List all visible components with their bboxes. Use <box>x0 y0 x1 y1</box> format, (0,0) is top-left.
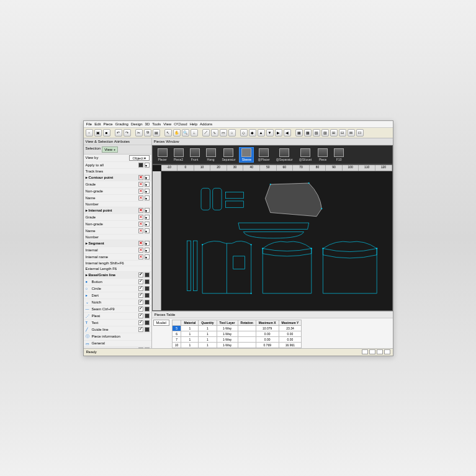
attr-internal[interactable]: Internal✕▾ <box>84 247 151 254</box>
attr-guide-line[interactable]: ╱Guide line <box>84 326 151 333</box>
menu-grading[interactable]: Grading <box>115 122 128 126</box>
attr-internal-name[interactable]: Internal name✕▾ <box>84 254 151 261</box>
attr-circle[interactable]: ○Circle <box>84 285 151 292</box>
piece-thumb-piece[interactable]: Piece <box>315 147 330 163</box>
table-row[interactable]: 10111-Way0.76916.961 <box>172 342 301 348</box>
menu-piece[interactable]: Piece <box>104 122 113 126</box>
tool-j[interactable]: ▨ <box>321 129 329 137</box>
piece-front-right[interactable] <box>263 241 312 294</box>
pieces-table[interactable]: MaterialQuantityTool LayerRotationMaximu… <box>172 320 302 348</box>
piece-pocket[interactable] <box>233 256 245 269</box>
attr-view-by[interactable]: View byObject ▾ <box>84 155 151 162</box>
menu-ocloud[interactable]: O'Cloud <box>174 122 187 126</box>
piece-thumb-front[interactable]: Front <box>187 147 202 163</box>
tool-undo[interactable]: ↶ <box>115 129 122 137</box>
menu-3d[interactable]: 3D <box>145 122 150 126</box>
tool-line[interactable]: ／ <box>202 129 210 137</box>
piece-placket-1[interactable] <box>187 241 191 291</box>
table-row[interactable]: 7111-Way0.000.00 <box>172 336 301 342</box>
piece-yoke-front[interactable] <box>263 248 312 256</box>
tab-selection[interactable]: Selection <box>86 146 101 153</box>
attr-button[interactable]: ●Button <box>84 279 151 285</box>
piece-back[interactable] <box>323 241 377 294</box>
tool-m[interactable]: ⊠ <box>348 129 355 137</box>
tool-rect[interactable]: ▭ <box>220 129 227 137</box>
attr-name[interactable]: Name✕▾ <box>84 228 151 235</box>
attr-grade[interactable]: Grade✕▾ <box>84 214 151 221</box>
tool-circ[interactable]: ○ <box>228 129 236 137</box>
piece-collar-stand[interactable] <box>238 223 309 229</box>
sb-icon-4[interactable] <box>384 349 390 354</box>
tool-f[interactable]: ◀ <box>284 129 291 137</box>
tool-a[interactable]: ◇ <box>240 129 248 137</box>
menu-view[interactable]: View <box>163 122 171 126</box>
tool-pointer[interactable]: ↖ <box>164 129 172 137</box>
piece-thumb-f10[interactable]: F10 <box>331 147 346 163</box>
tool-measure[interactable]: ⟂ <box>191 129 198 137</box>
attr-non-grade[interactable]: Non-grade✕▾ <box>84 221 151 228</box>
attr-number[interactable]: Number <box>84 202 151 207</box>
drawing-canvas[interactable]: -100102030405060708090100110120 <box>152 164 393 311</box>
piece-yoke-back[interactable] <box>323 248 377 258</box>
attr-track-lines[interactable]: Track lines <box>84 169 151 174</box>
menu-addons[interactable]: Addons <box>200 122 212 126</box>
menu-help[interactable]: Help <box>190 122 197 126</box>
menu-design[interactable]: Design <box>131 122 143 126</box>
attr-apply-to-all[interactable]: Apply to all▾ <box>84 162 151 169</box>
tool-l[interactable]: ⊟ <box>339 129 346 137</box>
table-tab-model[interactable]: Model <box>153 320 169 326</box>
attr-dart[interactable]: ▸Dart <box>84 292 151 299</box>
tool-h[interactable]: ▩ <box>304 129 312 137</box>
piece-sleeve-selected[interactable] <box>265 183 321 217</box>
attr-non-grade[interactable]: Non-grade✕▾ <box>84 188 151 195</box>
attr-text[interactable]: TText <box>84 320 151 326</box>
tool-k[interactable]: ⊞ <box>330 129 338 137</box>
tab-view[interactable]: View + <box>102 146 118 153</box>
sb-icon-3[interactable] <box>377 349 383 354</box>
attr-external-length--f6[interactable]: External Length F6 <box>84 266 151 272</box>
piece-placket-2[interactable] <box>193 241 197 291</box>
piece-thumb-piece2[interactable]: Piece2 <box>171 147 186 163</box>
tool-paste[interactable]: ▤ <box>153 129 160 137</box>
tool-new[interactable]: ▫ <box>86 129 93 137</box>
piece-tab-1[interactable] <box>225 192 243 198</box>
attr-contour-point[interactable]: ▸ Contour point✕▾ <box>84 174 151 181</box>
piece-thumb-placer[interactable]: Placer <box>155 147 170 163</box>
piece-tab-2[interactable] <box>225 200 243 207</box>
tool-g[interactable]: ▦ <box>295 129 303 137</box>
attr-notch[interactable]: ⌄Notch <box>84 299 151 306</box>
attr-internal-length--shift-f6[interactable]: Internal length Shift+F6 <box>84 261 151 266</box>
sb-icon-1[interactable] <box>362 349 368 354</box>
menu-tools[interactable]: Tools <box>152 122 161 126</box>
tool-save[interactable]: ■ <box>103 129 110 137</box>
tool-d[interactable]: ▼ <box>266 129 274 137</box>
table-row[interactable]: 6111-Way0.000.00 <box>172 331 301 336</box>
tool-n[interactable]: ⊡ <box>356 129 364 137</box>
piece-collar[interactable] <box>243 231 303 238</box>
piece-cuff-2[interactable] <box>212 188 221 210</box>
tool-hand[interactable]: ✋ <box>173 129 181 137</box>
tool-b[interactable]: ◆ <box>249 129 256 137</box>
attr-internal-point[interactable]: ▸ Internal point✕▾ <box>84 207 151 214</box>
menu-file[interactable]: File <box>86 122 92 126</box>
piece-thumb-silouet[interactable]: @Silouet <box>297 147 314 163</box>
menu-edit[interactable]: Edit <box>94 122 101 126</box>
piece-thumb-separator[interactable]: @Separator <box>274 147 295 163</box>
tool-c[interactable]: ▲ <box>258 129 265 137</box>
tool-e[interactable]: ▶ <box>275 129 282 137</box>
tool-cut[interactable]: ✂ <box>135 129 143 137</box>
piece-thumb-separator[interactable]: Separator <box>220 147 238 163</box>
tool-zoom[interactable]: 🔍 <box>182 129 189 137</box>
attr-grade[interactable]: Grade✕▾ <box>84 181 151 188</box>
piece-thumb-placer[interactable]: @Placer <box>255 147 272 163</box>
attr-piece-information[interactable]: ⓘPiece information <box>84 333 151 341</box>
tool-curve[interactable]: ∿ <box>211 129 218 137</box>
attr-segment[interactable]: ▸ Segment✕▾ <box>84 240 151 247</box>
piece-thumb-hang[interactable]: Hang <box>204 147 218 163</box>
attr-seam---ctrl-f9[interactable]: —Seam Ctrl+F9 <box>84 306 151 313</box>
table-row[interactable]: 5111-Way10.07923.34 <box>172 325 301 331</box>
piece-thumb-sleeve[interactable]: Sleeve <box>239 147 254 163</box>
attr-general[interactable]: ▭General <box>84 341 151 347</box>
sb-icon-2[interactable] <box>369 349 375 354</box>
tool-i[interactable]: ▧ <box>313 129 320 137</box>
